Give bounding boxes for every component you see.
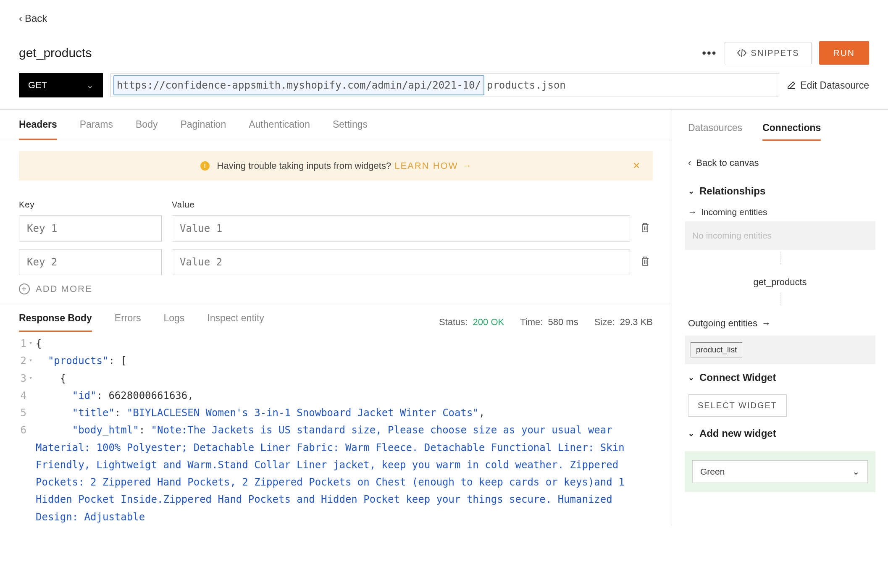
key-input-1[interactable] bbox=[19, 215, 162, 242]
run-button[interactable]: RUN bbox=[819, 41, 870, 65]
side-tab-connections[interactable]: Connections bbox=[762, 122, 821, 141]
no-incoming-box: No incoming entities bbox=[685, 221, 875, 250]
response-code[interactable]: 1▾{ 2▾ "products": [ 3▾ { 4 "id": 662800… bbox=[0, 335, 672, 526]
chevron-left-icon: ‹ bbox=[19, 13, 22, 24]
chevron-down-icon: ⌄ bbox=[688, 373, 694, 382]
resp-tab-inspect[interactable]: Inspect entity bbox=[207, 312, 264, 332]
arrow-right-icon: → bbox=[762, 318, 771, 329]
edit-datasource-link[interactable]: Edit Datasource bbox=[787, 80, 869, 91]
side-tab-datasources[interactable]: Datasources bbox=[688, 122, 742, 141]
back-link[interactable]: ‹ Back bbox=[19, 13, 869, 24]
time-label: Time: bbox=[520, 317, 543, 327]
value-header: Value bbox=[172, 200, 195, 210]
tab-settings[interactable]: Settings bbox=[333, 119, 368, 140]
tab-pagination[interactable]: Pagination bbox=[180, 119, 226, 140]
info-icon: ! bbox=[200, 161, 210, 171]
chevron-down-icon: ⌄ bbox=[688, 429, 694, 438]
size-label: Size: bbox=[594, 317, 615, 327]
plus-icon: + bbox=[19, 284, 30, 294]
trash-icon[interactable] bbox=[640, 222, 653, 235]
status-value: 200 OK bbox=[473, 317, 504, 327]
pencil-icon bbox=[787, 81, 796, 90]
more-icon[interactable]: ••• bbox=[702, 46, 717, 60]
back-label: Back bbox=[25, 13, 47, 24]
incoming-entities-label: → Incoming entities bbox=[685, 205, 875, 220]
widget-color-select[interactable]: Green ⌄ bbox=[692, 460, 868, 483]
resp-tab-logs[interactable]: Logs bbox=[163, 312, 184, 332]
outgoing-chip-row: product_list bbox=[685, 336, 875, 364]
method-select[interactable]: GET ⌄ bbox=[19, 73, 103, 97]
page-title: get_products bbox=[19, 46, 92, 60]
add-more-button[interactable]: + ADD MORE bbox=[19, 284, 653, 294]
resp-tab-errors[interactable]: Errors bbox=[115, 312, 141, 332]
connect-widget-header[interactable]: ⌄ Connect Widget bbox=[685, 364, 875, 391]
snippets-button[interactable]: SNIPPETS bbox=[725, 42, 812, 64]
key-header: Key bbox=[19, 200, 162, 210]
tab-body[interactable]: Body bbox=[136, 119, 158, 140]
kv-row bbox=[19, 215, 653, 242]
entity-chip[interactable]: product_list bbox=[691, 342, 742, 357]
url-base: https://confidence-appsmith.myshopify.co… bbox=[113, 75, 484, 95]
status-label: Status: bbox=[439, 317, 468, 327]
kv-row bbox=[19, 249, 653, 275]
tab-authentication[interactable]: Authentication bbox=[249, 119, 310, 140]
size-value: 29.3 KB bbox=[620, 317, 653, 327]
relationship-center: get_products bbox=[685, 264, 875, 293]
url-input[interactable]: https://confidence-appsmith.myshopify.co… bbox=[110, 74, 779, 97]
key-input-2[interactable] bbox=[19, 249, 162, 275]
banner-text: Having trouble taking inputs from widget… bbox=[217, 160, 391, 171]
select-widget-button[interactable]: SELECT WIDGET bbox=[688, 394, 787, 417]
chevron-left-icon: ‹ bbox=[688, 158, 691, 168]
chevron-down-icon: ⌄ bbox=[852, 467, 860, 477]
code-icon bbox=[737, 49, 747, 57]
outgoing-entities-label: Outgoing entities → bbox=[685, 305, 875, 336]
chevron-down-icon: ⌄ bbox=[86, 80, 94, 91]
back-to-canvas[interactable]: ‹ Back to canvas bbox=[685, 148, 875, 178]
resp-tab-body[interactable]: Response Body bbox=[19, 312, 92, 332]
close-icon[interactable]: ✕ bbox=[633, 160, 640, 171]
info-banner: ! Having trouble taking inputs from widg… bbox=[19, 151, 653, 181]
relationships-header[interactable]: ⌄ Relationships bbox=[685, 178, 875, 205]
time-value: 580 ms bbox=[548, 317, 578, 327]
arrow-right-icon: → bbox=[462, 160, 471, 171]
arrow-right-icon: → bbox=[688, 207, 697, 217]
tab-headers[interactable]: Headers bbox=[19, 119, 57, 140]
tab-params[interactable]: Params bbox=[80, 119, 113, 140]
chevron-down-icon: ⌄ bbox=[688, 186, 694, 196]
value-input-1[interactable] bbox=[172, 215, 630, 242]
trash-icon[interactable] bbox=[640, 256, 653, 268]
learn-how-link[interactable]: LEARN HOW bbox=[394, 160, 458, 171]
url-path: products.json bbox=[484, 76, 568, 94]
add-new-widget-header[interactable]: ⌄ Add new widget bbox=[685, 420, 875, 447]
value-input-2[interactable] bbox=[172, 249, 630, 275]
